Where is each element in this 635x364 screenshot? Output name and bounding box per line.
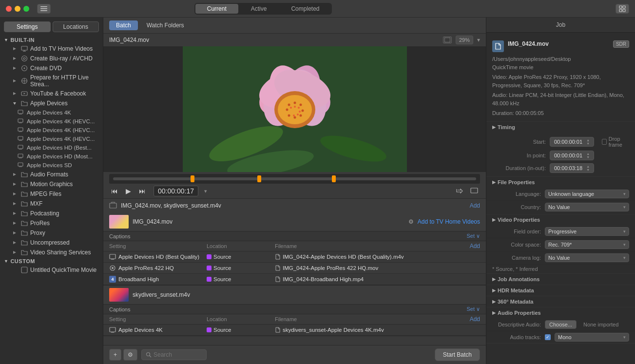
batch-tab[interactable]: Batch: [109, 20, 138, 30]
svg-point-16: [24, 68, 25, 69]
sidebar-sub-item-4k-hevc2[interactable]: Apple Devices 4K (HEVC...: [0, 126, 103, 134]
sidebar-item-podcasting[interactable]: Podcasting: [0, 209, 103, 218]
placeholder-icon: [11, 266, 19, 274]
batch-columns-header-1: Setting Location Filename Add: [103, 241, 486, 251]
audio-tracks-dropdown[interactable]: Mono ▾: [555, 333, 629, 342]
batch-settings-button-1[interactable]: ⚙: [408, 218, 414, 225]
sidebar-item-prores[interactable]: ProRes: [0, 218, 103, 228]
sidebar-item-mpeg[interactable]: MPEG Files: [0, 189, 103, 199]
close-button[interactable]: [6, 6, 12, 12]
dropdown-arrow-icon: ▾: [623, 192, 626, 196]
locations-tab[interactable]: Locations: [53, 21, 99, 32]
corner-icon-button[interactable]: [616, 4, 629, 14]
svg-point-70: [294, 106, 296, 108]
start-batch-button[interactable]: Start Batch: [435, 348, 480, 361]
minimize-button[interactable]: [15, 6, 20, 12]
field-order-dropdown[interactable]: Progressive ▾: [545, 227, 629, 236]
batch-add-row-button-1[interactable]: Add: [470, 243, 480, 249]
svg-marker-44: [13, 222, 16, 225]
batch-add-row-button-2[interactable]: Add: [470, 316, 480, 323]
set-button-2[interactable]: Set ∨: [466, 306, 480, 312]
tab-current[interactable]: Current: [195, 4, 238, 14]
sidebar-sub-item-hd-best[interactable]: Apple Devices HD (Best...: [0, 143, 103, 152]
audio-tracks-checkbox[interactable]: [545, 334, 551, 340]
batch-row-1-3: 4 Broadband High Source IMG_0424-Broadba…: [103, 274, 486, 285]
sidebar-sub-item-4k[interactable]: Apple Devices 4K: [0, 108, 103, 117]
sidebar-sub-item-sd[interactable]: Apple Devices SD: [0, 161, 103, 170]
sidebar-item-audio-formats[interactable]: Audio Formats: [0, 170, 103, 179]
sidebar-item-add-tv[interactable]: Add to TV Home Videos: [0, 44, 103, 54]
sidebar-item-apple-devices[interactable]: Apple Devices: [0, 98, 103, 108]
sidebar-toggle-button[interactable]: [37, 4, 51, 14]
video-properties-header[interactable]: ▶ Video Properties: [486, 214, 635, 225]
sidebar-item-proxy[interactable]: Proxy: [0, 228, 103, 238]
country-dropdown[interactable]: No Value ▾: [545, 203, 629, 211]
device-icon: [109, 253, 116, 260]
built-in-header[interactable]: ▼ BUILT-IN: [0, 36, 103, 44]
audio-tracks-label: Audio tracks:: [492, 334, 541, 340]
timing-start-value[interactable]: 00:00:00:01 ▲▼: [550, 137, 594, 147]
job-annotations-header[interactable]: ▶ Job Annotations: [486, 274, 635, 285]
tab-completed[interactable]: Completed: [279, 4, 331, 14]
timing-header[interactable]: ▶ Timing: [486, 122, 635, 133]
svg-rect-31: [18, 136, 23, 140]
dropdown-arrow-icon: ▾: [623, 255, 626, 260]
skip-back-button[interactable]: ⏮: [109, 186, 120, 196]
svg-rect-5: [619, 9, 622, 12]
maximize-button[interactable]: [23, 6, 29, 12]
batch-group-add-button[interactable]: Add: [470, 202, 480, 209]
sidebar-item-dvd[interactable]: Create DVD: [0, 63, 103, 73]
svg-point-72: [299, 111, 301, 113]
loop-button[interactable]: [454, 186, 465, 196]
search-bar[interactable]: [141, 349, 207, 360]
sidebar-sub-item-hd-most[interactable]: Apple Devices HD (Most...: [0, 152, 103, 161]
sidebar-item-http[interactable]: Prepare for HTTP Live Strea...: [0, 73, 103, 89]
sidebar-item-custom-quicktime[interactable]: Untitled QuickTime Movie: [0, 265, 103, 275]
timing-inpoint-label: In point:: [492, 153, 546, 158]
skip-forward-button[interactable]: ⏭: [137, 186, 148, 196]
search-input[interactable]: [154, 351, 202, 358]
preview-zoom[interactable]: 29%: [456, 36, 473, 44]
sidebar-item-mxf[interactable]: MXF: [0, 199, 103, 209]
tab-active[interactable]: Active: [239, 4, 279, 14]
col-location-label: Location: [207, 243, 275, 249]
timing-duration-value[interactable]: 00:00:03:18 ▲▼: [550, 163, 594, 173]
sidebar: Settings Locations ▼ BUILT-IN Add to TV …: [0, 18, 103, 364]
choose-button[interactable]: Choose...: [545, 320, 577, 329]
drop-frame-checkbox[interactable]: Drop frame: [602, 136, 629, 148]
watch-folders-tab[interactable]: Watch Folders: [140, 20, 191, 30]
sidebar-item-uncompressed[interactable]: Uncompressed: [0, 238, 103, 248]
audio-properties-header[interactable]: ▶ Audio Properties: [486, 307, 635, 318]
360-metadata-header[interactable]: ▶ 360° Metadata: [486, 296, 635, 307]
svg-rect-78: [471, 188, 478, 193]
settings-tab[interactable]: Settings: [4, 21, 51, 32]
sidebar-sub-item-4k-hevc3[interactable]: Apple Devices 4K (HEVC...: [0, 134, 103, 143]
sidebar-item-motion-graphics[interactable]: Motion Graphics: [0, 179, 103, 189]
folder-icon: [21, 181, 28, 188]
file-properties-header[interactable]: ▶ File Properties: [486, 177, 635, 188]
sidebar-item-youtube[interactable]: YouTube & Facebook: [0, 89, 103, 98]
svg-rect-3: [619, 6, 622, 8]
view-button[interactable]: [468, 186, 480, 196]
traffic-lights: [6, 6, 29, 12]
hdr-metadata-header[interactable]: ▶ HDR Metadata: [486, 285, 635, 296]
set-button-1[interactable]: Set ∨: [466, 233, 480, 239]
preview-aspect-btn[interactable]: [443, 37, 452, 43]
timeline[interactable]: [109, 174, 480, 184]
timing-inpoint-value[interactable]: 00:00:00:01 ▲▼: [550, 151, 594, 160]
settings-button[interactable]: ⚙: [123, 349, 137, 361]
sidebar-sub-item-4k-hevc1[interactable]: Apple Devices 4K (HEVC...: [0, 117, 103, 126]
timing-start-label: Start:: [492, 139, 546, 145]
language-dropdown[interactable]: Unknown language ▾: [545, 190, 629, 198]
add-button[interactable]: +: [109, 349, 121, 361]
camera-log-dropdown[interactable]: No Value ▾: [545, 253, 629, 262]
sidebar-item-bluray[interactable]: Create Blu-ray / AVCHD: [0, 54, 103, 63]
field-order-label: Field order:: [492, 229, 541, 234]
batch-filename-2-1: skydivers_sunset-Apple Devices 4K.m4v: [275, 327, 480, 333]
color-space-dropdown[interactable]: Rec. 709* ▾: [545, 240, 629, 249]
timecode-dropdown-icon[interactable]: ▾: [204, 188, 207, 194]
play-button[interactable]: ▶: [124, 186, 133, 196]
custom-header[interactable]: ▼ CUSTOM: [0, 257, 103, 265]
stream-icon: [21, 77, 28, 84]
sidebar-item-video-sharing[interactable]: Video Sharing Services: [0, 248, 103, 257]
